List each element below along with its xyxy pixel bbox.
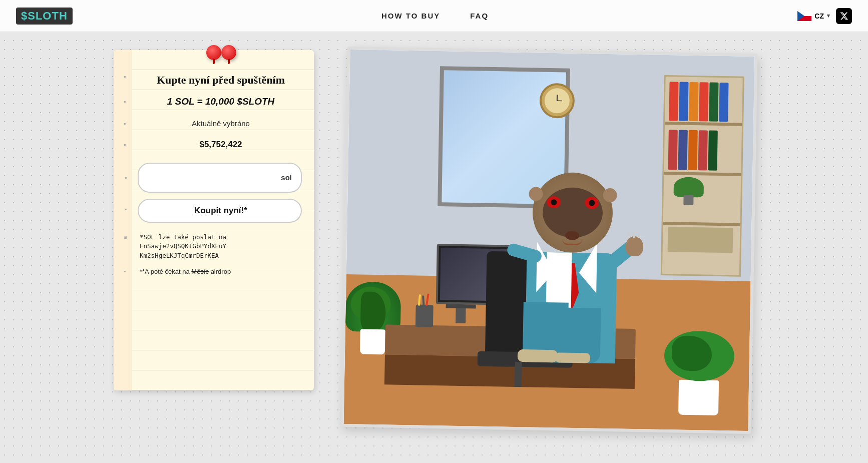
x-social-button[interactable]: [836, 8, 852, 24]
sloth-scene: [344, 50, 755, 431]
cz-flag-icon: [797, 11, 811, 21]
notepad-card: Kupte nyní před spuštěním 1 SOL = 10,000…: [114, 50, 314, 390]
footnote2-strikethrough: Měsíc: [191, 268, 209, 275]
bookshelf: [661, 75, 744, 277]
sloth-head: [532, 172, 614, 253]
footnote2-suffix: airdrop: [209, 268, 231, 275]
notepad-title: Kupte nyní před spuštěním: [138, 73, 302, 88]
footnote2: **A poté čekat na Měsíc airdrop: [138, 267, 302, 277]
footnote2-prefix: **A poté čekat na: [140, 268, 191, 275]
notepad-content: Kupte nyní před spuštěním 1 SOL = 10,000…: [138, 73, 302, 277]
pin-right-icon: [221, 45, 236, 60]
main-content: Kupte nyní před spuštěním 1 SOL = 10,000…: [0, 0, 868, 463]
logo[interactable]: $SLOTH: [16, 8, 73, 25]
sloth-character: [495, 171, 649, 364]
notepad-raised-label: Aktuálně vybráno: [138, 114, 302, 134]
sol-amount-input[interactable]: [141, 173, 281, 182]
nav-center: HOW TO BUY FAQ: [381, 12, 489, 20]
pin-left-icon: [206, 45, 221, 60]
logo-text: $SLOTH: [21, 10, 68, 22]
notepad-input-row: sol: [138, 163, 302, 193]
clock-hands-icon: [547, 91, 568, 111]
sloth-face-mask: [542, 187, 603, 238]
language-selector[interactable]: CZ ▾: [797, 11, 830, 21]
footnote1: *SOL lze také poslat na EnSawje2vQSQKtGb…: [138, 233, 302, 261]
sloth-ear-left-icon: [529, 187, 543, 201]
x-icon: [839, 12, 848, 21]
notepad-rate: 1 SOL = 10,000 $SLOTH: [138, 92, 302, 112]
nav-faq[interactable]: FAQ: [470, 12, 489, 20]
buy-now-button[interactable]: Koupit nyní!*: [138, 199, 302, 223]
sloth-illustration: [340, 47, 757, 434]
notepad-raised-amount: $5,752,422: [138, 135, 302, 155]
pencil-holder-icon: [415, 304, 433, 327]
clock-face: [544, 88, 570, 114]
nav-how-to-buy[interactable]: HOW TO BUY: [381, 12, 440, 20]
plant-pot-right-icon: [678, 380, 719, 415]
input-unit-label: sol: [281, 168, 292, 188]
sloth-mouth-icon: [562, 239, 582, 245]
plant-pot-left-icon: [360, 329, 385, 354]
sloth-ear-right-icon: [603, 188, 617, 202]
chevron-down-icon: ▾: [827, 13, 830, 19]
navbar: $SLOTH HOW TO BUY FAQ CZ ▾: [0, 0, 868, 32]
nav-right: CZ ▾: [797, 8, 852, 24]
lang-label: CZ: [814, 12, 824, 20]
monitor-base-icon: [456, 308, 466, 323]
chair-leg-icon: [515, 362, 522, 387]
sloth-hand-right-icon: [625, 236, 643, 257]
